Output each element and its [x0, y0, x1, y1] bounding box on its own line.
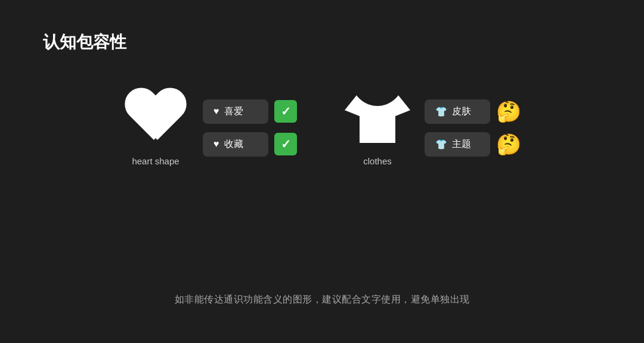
heart-icon-label: heart shape [132, 156, 179, 166]
shoucang-check: ✓ [274, 133, 297, 155]
clothes-shape-icon [345, 89, 410, 149]
clothes-row-2: 👕 主题 🤔 [425, 132, 521, 157]
thinking-emoji-1: 🤔 [496, 101, 521, 121]
clothes-section: clothes 👕 皮肤 🤔 👕 主题 🤔 [345, 89, 521, 166]
heart-shape-icon [123, 89, 188, 149]
pifu-button[interactable]: 👕 皮肤 [425, 99, 490, 124]
xiai-check: ✓ [274, 100, 297, 123]
page-title: 认知包容性 [43, 31, 126, 54]
heart-row-2: ♥ 收藏 ✓ [203, 132, 297, 157]
xiai-button[interactable]: ♥ 喜爱 [203, 99, 268, 124]
clothes-icon-label: clothes [363, 156, 392, 166]
heart-section: heart shape ♥ 喜爱 ✓ ♥ 收藏 ✓ [123, 89, 297, 166]
clothes-btn-icon-2: 👕 [435, 139, 447, 150]
zhuti-label: 主题 [452, 138, 471, 151]
checkmark-icon-2: ✓ [281, 137, 291, 151]
zhuti-button[interactable]: 👕 主题 [425, 132, 490, 157]
heart-icon-block: heart shape [123, 89, 188, 166]
heart-button-group: ♥ 喜爱 ✓ ♥ 收藏 ✓ [203, 99, 297, 157]
shoucang-label: 收藏 [224, 138, 243, 151]
clothes-row-1: 👕 皮肤 🤔 [425, 99, 521, 124]
bottom-note: 如非能传达通识功能含义的图形，建议配合文字使用，避免单独出现 [0, 294, 644, 306]
clothes-icon-block: clothes [345, 89, 410, 166]
main-content: heart shape ♥ 喜爱 ✓ ♥ 收藏 ✓ [0, 89, 644, 166]
heart-row-1: ♥ 喜爱 ✓ [203, 99, 297, 124]
checkmark-icon-1: ✓ [281, 104, 291, 119]
xiai-label: 喜爱 [224, 105, 243, 118]
clothes-btn-icon-1: 👕 [435, 106, 447, 117]
pifu-label: 皮肤 [452, 105, 471, 118]
heart-btn-icon-1: ♥ [213, 106, 219, 117]
thinking-emoji-2: 🤔 [496, 134, 521, 154]
clothes-button-group: 👕 皮肤 🤔 👕 主题 🤔 [425, 99, 521, 157]
shoucang-button[interactable]: ♥ 收藏 [203, 132, 268, 157]
heart-btn-icon-2: ♥ [213, 139, 219, 149]
